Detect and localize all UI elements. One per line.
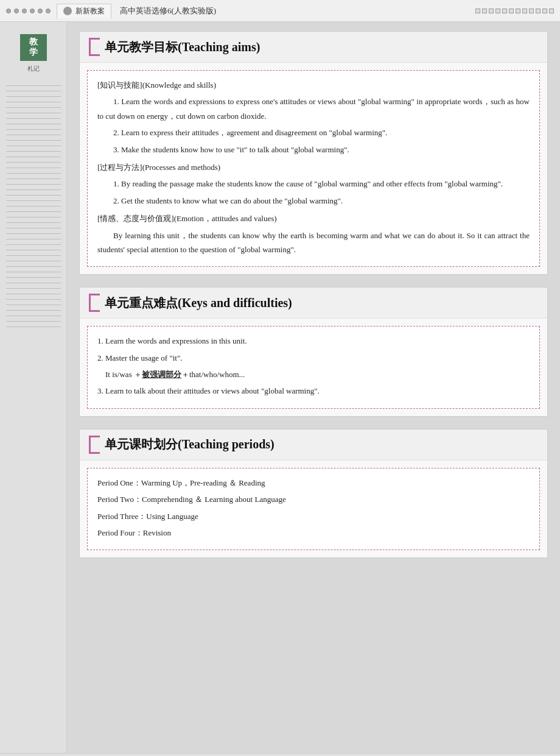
sidebar-sub-label: 札记 [27,65,40,73]
sidebar-line-13 [6,151,61,152]
sidebar-line-24 [6,211,61,212]
sidebar-line-1 [6,85,61,86]
period-2: Period Two：Comprehending ＆ Learning abou… [97,492,530,506]
keys-item-1: 1. Learn the words and expressions in th… [97,334,530,348]
sidebar-line-3 [6,96,61,97]
knowledge-label: [知识与技能](Knowledge and skills) [97,78,530,92]
emotion-label: [情感、态度与价值观](Emotion，attitudes and values… [97,211,530,225]
dot-5 [38,9,43,13]
sq-12 [549,9,554,13]
main-layout: 教 学 札记 [0,22,560,753]
section-keys-inner: 1. Learn the words and expressions in th… [87,326,540,409]
sidebar-line-41 [6,305,61,305]
sidebar-line-26 [6,222,61,223]
sidebar-badge-line2: 学 [29,48,38,58]
section-aims-title-en: (Teaching aims) [178,40,260,54]
sidebar-line-2 [6,91,61,91]
keys-formula: It is/was ＋被强调部分＋that/who/whom... [97,367,530,381]
sidebar-line-37 [6,283,61,283]
section-keys-title-en: (Keys and difficulties) [178,296,292,309]
sq-3 [489,9,494,13]
sq-9 [529,9,534,13]
sidebar-line-17 [6,173,61,174]
processes-item-2: 2. Get the students to know what we can … [97,194,530,208]
section-aims-header: 单元教学目标(Teaching aims) [80,32,547,63]
section-teaching-aims: 单元教学目标(Teaching aims) [知识与技能](Knowledge … [79,31,548,275]
emotion-body: By learning this unit，the students can k… [97,228,530,257]
sidebar-line-4 [6,102,61,102]
sidebar-line-39 [6,294,61,294]
dot-4 [30,9,35,13]
sidebar-line-27 [6,228,61,228]
keys-item-2: 2. Master the usage of "it". [97,351,530,365]
section-periods-title-en: (Teaching periods) [178,437,275,451]
sidebar-line-34 [6,266,61,267]
section-keys-header: 单元重点难点(Keys and difficulties) [80,288,547,319]
sidebar-line-9 [6,129,61,130]
bracket-icon-aims [89,38,100,56]
sidebar-line-40 [6,299,61,300]
sq-4 [495,9,500,13]
sq-10 [536,9,541,13]
sidebar-line-29 [6,239,61,239]
tab-label-text: 新新教案 [75,6,105,16]
bottom-bar: 100 [0,753,560,756]
top-bar: 新新教案 高中英语选修6(人教实验版) [0,0,560,22]
sidebar-line-5 [6,107,61,108]
section-keys-title: 单元重点难点(Keys and difficulties) [105,295,292,311]
section-aims-title: 单元教学目标(Teaching aims) [105,39,260,55]
sidebar-line-42 [6,310,61,311]
sidebar-line-10 [6,135,61,135]
sidebar-line-38 [6,288,61,289]
sidebar-line-31 [6,250,61,250]
sq-8 [522,9,527,13]
section-teaching-periods: 单元课时划分(Teaching periods) Period One：Warm… [79,429,548,559]
sidebar-line-14 [6,157,61,157]
dot-3 [22,9,27,13]
sq-7 [516,9,520,13]
formula-strong: 被强调部分 [142,370,181,379]
period-3: Period Three：Using Language [97,509,530,523]
sidebar-line-36 [6,277,61,278]
period-4: Period Four：Revision [97,526,530,540]
section-periods-inner: Period One：Warming Up，Pre-reading ＆ Read… [87,468,540,551]
sidebar-badge-line1: 教 [29,37,38,48]
knowledge-item-2: 2. Learn to express their attitudes，agre… [97,125,530,140]
sidebar-badge: 教 学 [20,34,47,61]
sidebar-line-28 [6,233,61,234]
sidebar-line-18 [6,178,61,179]
aims-content: [知识与技能](Knowledge and skills) 1. Learn t… [97,78,530,256]
sidebar-line-44 [6,321,61,322]
section-aims-title-cn: 单元教学目标 [105,40,178,54]
keys-content: 1. Learn the words and expressions in th… [97,334,530,398]
sidebar-line-35 [6,272,61,272]
sidebar-line-15 [6,162,61,163]
dot-2 [14,9,19,13]
keys-item-3: 3. Learn to talk about their attitudes o… [97,384,530,398]
knowledge-item-3: 3. Make the students know how to use "it… [97,143,530,157]
sidebar-line-7 [6,118,61,119]
sidebar-line-21 [6,195,61,196]
periods-content: Period One：Warming Up，Pre-reading ＆ Read… [97,476,530,540]
processes-label: [过程与方法](Processes and methods) [97,160,530,174]
knowledge-item-1: 1. Learn the words and expressions to ex… [97,94,530,123]
processes-item-1: 1. By reading the passage make the stude… [97,177,530,191]
top-dots [6,9,51,13]
section-periods-title: 单元课时划分(Teaching periods) [105,436,275,453]
sidebar-line-20 [6,189,61,190]
top-right-squares [475,9,554,13]
sidebar-line-33 [6,261,61,261]
tab-label[interactable]: 新新教案 [57,4,111,18]
sidebar-line-6 [6,113,61,113]
sidebar-line-19 [6,184,61,185]
sidebar-lines [6,85,61,327]
tab-circle-icon [63,7,72,15]
section-periods-header: 单元课时划分(Teaching periods) [80,429,547,461]
sidebar-line-12 [6,146,61,146]
section-aims-inner: [知识与技能](Knowledge and skills) 1. Learn t… [87,70,540,267]
sidebar-line-16 [6,168,61,168]
sidebar-line-30 [6,244,61,245]
bracket-icon-keys [89,294,100,312]
sidebar-line-23 [6,206,61,207]
section-periods-title-cn: 单元课时划分 [105,437,178,451]
